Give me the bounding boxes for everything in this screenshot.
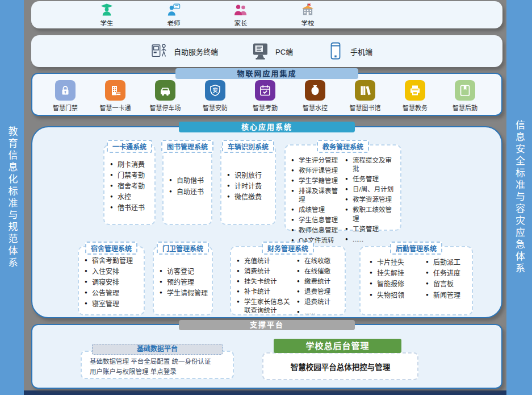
terminal-label: 手机端 [350,46,372,57]
logistics-icon [455,80,475,101]
system-item: 教学资源管理 [345,196,398,205]
iot-label: 智慧后勤 [453,103,477,112]
system-box-dorm: 宿舍管理系统宿舍考勤管理入住安排调寝安排公告管理寝室管理 [78,246,145,315]
system-item: 水控 [110,193,145,202]
terminal-group-phone: 手机端 [326,41,372,61]
iot-label: 智慧安防 [203,103,228,112]
system-item: 工资管理 [345,225,398,234]
system-item: 刷卡消费 [110,160,145,169]
right-rail: 信息安全标准与容灾应急体系 [506,0,532,395]
system-item: ...... [297,308,330,317]
system-item-column: 自助借书自助还书 [169,174,204,198]
system-item: 教职工绩效管理 [345,206,398,223]
system-box-content: 卡片挂失挂失解挂智能报修失物招领后勤派工任务进度留言板新闻管理 [361,247,472,314]
smart-campus-architecture-diagram: 教育信息化标准与规范体系 信息安全标准与容灾应急体系 学生老师家长学校 自助服务… [0,0,532,395]
system-item: 排课及课表管理 [291,187,344,205]
system-item: 后勤派工 [426,258,470,267]
iot-item-door-access: 智慧门禁 [46,80,85,112]
teacher-icon [166,2,181,17]
iot-label: 智慧图书馆 [350,103,381,112]
system-box-academic: 教务管理系统学生评分管理教师评课管理学生学籍管理排课及课表管理成绩管理学生信息管… [284,144,401,231]
core-row-1: 一卡通系统刷卡消费门禁考勤宿舍考勤水控借书还书图书管理系统自助借书自助还书车辆识… [103,127,501,231]
student-icon [99,2,114,17]
iot-item-security: 安智慧安防 [196,80,234,112]
school-admin-banner: 学校总后台管理 [274,339,401,353]
system-item-column: 识别放行计时计费微信缴费 [227,169,262,204]
iot-item-library: 智慧图书馆 [346,80,384,112]
system-item: 退费统计 [297,298,330,307]
core-banner: 核心应用系统 [179,122,355,132]
library-icon [355,80,375,101]
system-item: 成绩管理 [291,206,344,215]
system-item-column: 刷卡消费门禁考勤宿舍考勤水控借书还书 [110,159,145,215]
system-box-logistics: 后勤管理系统卡片挂失挂失解挂智能报修失物招领后勤派工任务进度留言板新闻管理 [359,246,473,315]
iot-label: 智慧教务 [403,103,428,112]
base-data-platform-content: 基础数据管理 平台全局配置 统一身份认证 用户账户与权限管理 单点登录 [82,352,233,377]
system-box-title: 财务管理系统 [262,242,314,255]
iot-item-one-card: 智慧一卡通 [96,80,135,112]
iot-banner: 物联网应用集成 [175,68,358,79]
system-item-column: 后勤派工任务进度留言板新闻管理 [426,256,470,302]
system-box-content: 识别放行计时计费微信缴费 [221,145,275,224]
support-banner: 支撑平台 [179,320,355,330]
system-item: 宿舍考勤 [110,182,145,191]
system-box-title: 后勤管理系统 [390,242,442,255]
system-box-content: 访客登记预约管理学生请假管理 [154,247,212,314]
iot-integration-panel: 物联网应用集成 智慧门禁智慧一卡通智慧停车场安智慧安防智慧考勤智慧水控智慧图书馆… [31,73,502,116]
system-box-content: 学生评分管理教师评课管理学生学籍管理排课及课表管理成绩管理学生信息管理教师信息管… [286,145,400,230]
user-roles-panel: 学生老师家长学校 [31,1,502,28]
attendance-icon [255,80,275,101]
security-icon: 安 [205,80,225,101]
iot-label: 智慧水控 [303,103,328,112]
system-item: 消费统计 [237,267,296,276]
system-item: 预约管理 [160,278,208,287]
system-box-content: 刷卡消费门禁考勤宿舍考勤水控借书还书 [104,145,154,224]
system-item: 调寝安排 [85,278,133,287]
system-item: 退费管理 [297,288,330,297]
system-item: 新闻管理 [426,291,470,300]
core-systems-panel: 核心应用系统 一卡通系统刷卡消费门禁考勤宿舍考勤水控借书还书图书管理系统自助借书… [31,126,502,318]
system-item: 入住安排 [85,267,133,276]
system-item: 任务进度 [426,269,470,278]
system-item: 挂失卡统计 [237,277,296,286]
system-item: 学生请假管理 [160,289,208,298]
system-item-column: 卡片挂失挂失解挂智能报修失物招领 [370,256,413,302]
system-item: 缴费统计 [297,277,330,286]
svg-text:安: 安 [212,87,217,93]
pc-icon [251,41,270,61]
system-item: 学生家长信息关联查询统计 [237,298,296,315]
system-box-title: 宿舍管理系统 [85,242,137,255]
terminal-label: 自助服务终端 [174,46,218,57]
base-line-1: 基础数据管理 平台全局配置 统一身份认证 [90,356,233,367]
system-item: 微信缴费 [227,193,262,202]
iot-items: 智慧门禁智慧一卡通智慧停车场安智慧安防智慧考勤智慧水控智慧图书馆智慧教务智慧后勤 [32,74,501,112]
system-item: 补卡统计 [237,288,296,297]
user-group-student: 学生 [88,2,125,27]
core-row-2: 宿舍管理系统宿舍考勤管理入住安排调寝安排公告管理寝室管理门卫管理系统访客登记预约… [78,246,501,315]
system-item: 计时计费 [227,182,262,191]
system-item: 识别放行 [227,171,262,180]
user-label: 学校 [301,18,315,27]
system-item: 挂失解挂 [370,269,413,278]
system-item: 任务管理 [345,175,398,184]
system-item: 卡片挂失 [370,258,413,267]
bottom-bar [24,390,506,395]
system-item: 学生学籍管理 [291,177,344,186]
system-item: 在线催缴 [297,267,330,276]
parking-icon [155,80,175,101]
system-item: 充值统计 [237,257,296,266]
system-item: 公告管理 [85,289,133,298]
system-item: 门禁考勤 [110,171,145,180]
system-item: 学生评分管理 [291,156,344,165]
terminals-panel: 自助服务终端PC端手机端 [31,35,502,67]
system-item: 自助借书 [169,176,204,185]
base-line-2: 用户账户与权限管理 单点登录 [90,367,233,377]
water-icon [305,80,325,101]
system-item-column: 充值统计消费统计挂失卡统计补卡统计学生家长信息关联查询统计 [237,255,296,317]
user-group-teacher: 老师 [155,2,192,27]
system-item-column: 在线收缴在线催缴缴费统计退费管理退费统计...... [297,255,330,318]
system-box-finance: 财务管理系统充值统计消费统计挂失卡统计补卡统计学生家长信息关联查询统计在线收缴在… [230,246,346,315]
system-item-column: 学生评分管理教师评课管理学生学籍管理排课及课表管理成绩管理学生信息管理教师信息管… [291,155,344,247]
system-item-column: 流程提交及审批任务管理日/周、月计划教学资源管理教职工绩效管理工资管理.....… [345,155,398,246]
system-box-gate: 门卫管理系统访客登记预约管理学生请假管理 [153,246,213,315]
